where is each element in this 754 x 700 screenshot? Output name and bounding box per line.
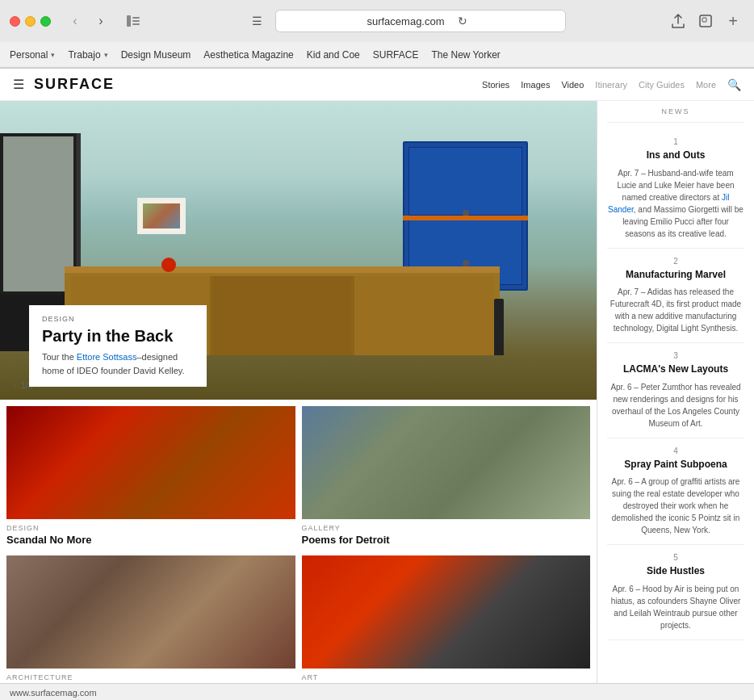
article-grid: DESIGN Scandal No More GALLERY Poems for… — [6, 406, 590, 683]
prev-icon[interactable]: ‹ — [13, 380, 16, 390]
news-sidebar: NEWS 1 Ins and Outs Apr. 7 – Husband-and… — [597, 101, 754, 683]
reload-button[interactable]: ↻ — [451, 10, 474, 32]
hero-category: DESIGN — [42, 315, 194, 323]
grid-image-1 — [302, 406, 591, 519]
news-item-4[interactable]: 5 Side Hustles Apr. 6 – Hood by Air is b… — [607, 545, 744, 640]
news-item-3[interactable]: 4 Spray Paint Subpoena Apr. 6 – A group … — [607, 438, 744, 546]
nav-images[interactable]: Images — [521, 80, 550, 90]
maximize-button[interactable] — [40, 16, 51, 27]
page-content: ☰ SURFACE Stories Images Video Itinerary… — [0, 69, 754, 683]
news-title-3: Spray Paint Subpoena — [607, 459, 744, 472]
browser-chrome: ‹ › ☰ surfacemag.com ↻ — [0, 0, 754, 69]
news-title-4: Side Hustles — [607, 565, 744, 578]
site-nav: Stories Images Video Itinerary City Guid… — [482, 78, 741, 91]
back-button[interactable]: ‹ — [64, 10, 86, 32]
nav-itinerary[interactable]: Itinerary — [595, 80, 627, 90]
bookmark-new-yorker[interactable]: The New Yorker — [431, 49, 500, 61]
svg-rect-3 — [132, 23, 140, 25]
news-title-1: Manufacturing Marvel — [607, 269, 744, 282]
hero-section: ‹ 1/3 › DESIGN Party in the Back Tour th… — [0, 101, 597, 400]
news-title-2: LACMA's New Layouts — [607, 363, 744, 376]
grid-category-3: ART — [302, 673, 591, 681]
grid-category-0: DESIGN — [6, 524, 295, 532]
svg-rect-1 — [132, 17, 140, 19]
news-body-4: Apr. 6 – Hood by Air is being put on hia… — [607, 583, 744, 631]
sidebar-toggle-button[interactable] — [122, 10, 145, 32]
address-bar[interactable]: surfacemag.com ↻ — [275, 10, 566, 32]
nav-more[interactable]: More — [696, 80, 716, 90]
nav-buttons: ‹ › — [64, 10, 112, 32]
title-bar: ‹ › ☰ surfacemag.com ↻ — [0, 0, 754, 42]
news-number-3: 4 — [607, 446, 744, 455]
chevron-down-icon: ▾ — [104, 51, 108, 59]
minimize-button[interactable] — [25, 16, 36, 27]
grid-meta-1: GALLERY Poems for Detroit — [302, 519, 591, 549]
hero-overlay: ‹ 1/3 › DESIGN Party in the Back Tour th… — [0, 374, 597, 400]
bookmark-surface[interactable]: SURFACE — [373, 49, 419, 61]
new-tab-button[interactable] — [694, 10, 717, 32]
ettore-link[interactable]: Ettore Sottsass — [77, 352, 137, 362]
grid-item-1[interactable]: GALLERY Poems for Detroit — [302, 406, 591, 549]
add-tab-button[interactable]: + — [722, 10, 744, 32]
close-button[interactable] — [10, 16, 20, 27]
main-content: ☰ SURFACE Stories Images Video Itinerary… — [0, 69, 754, 683]
hamburger-icon[interactable]: ☰ — [13, 77, 24, 92]
grid-item-0[interactable]: DESIGN Scandal No More — [6, 406, 295, 549]
status-bar: www.surfacemag.com — [0, 683, 754, 700]
status-url: www.surfacemag.com — [10, 688, 97, 698]
bookmarks-bar: Personal ▾ Trabajo ▾ Design Museum Aesth… — [0, 42, 754, 68]
bookmark-personal[interactable]: Personal ▾ — [10, 49, 55, 61]
grid-image-2 — [6, 555, 295, 669]
bookmark-design-museum[interactable]: Design Museum — [121, 49, 191, 61]
grid-item-3[interactable]: ART Givers Run Through It — [302, 555, 591, 683]
news-item-2[interactable]: 3 LACMA's New Layouts Apr. 6 – Peter Zum… — [607, 343, 744, 438]
search-icon[interactable]: 🔍 — [727, 78, 741, 91]
grid-title-1: Poems for Detroit — [302, 534, 591, 547]
jil-sander-link[interactable]: Jil Sander — [608, 193, 729, 214]
hero-caption-box: DESIGN Party in the Back Tour the Ettore… — [29, 305, 207, 387]
news-item-0[interactable]: 1 Ins and Outs Apr. 7 – Husband-and-wife… — [607, 129, 744, 249]
grid-title-0: Scandal No More — [6, 534, 295, 547]
articles-section: ‹ 1/3 › DESIGN Party in the Back Tour th… — [0, 101, 597, 683]
grid-image-3 — [302, 555, 591, 669]
forward-button[interactable]: › — [90, 10, 112, 32]
browser-actions: + — [667, 10, 744, 32]
news-number-0: 1 — [607, 137, 744, 146]
news-body-2: Apr. 6 – Peter Zumthor has revealed new … — [607, 381, 744, 430]
grid-meta-2: ARCHITECTURE The SFMOMA Is Built for Tom… — [6, 669, 295, 683]
news-number-2: 3 — [607, 351, 744, 360]
grid-image-0 — [6, 406, 295, 519]
site-logo: SURFACE — [34, 76, 482, 93]
svg-rect-0 — [127, 15, 131, 27]
grid-category-1: GALLERY — [302, 524, 591, 532]
news-title-0: Ins and Outs — [607, 149, 744, 162]
hero-description: Tour the Ettore Sottsass–designed home o… — [42, 350, 194, 377]
address-bar-wrapper: ☰ surfacemag.com ↻ — [151, 10, 660, 32]
traffic-lights — [10, 16, 51, 27]
grid-section: DESIGN Scandal No More GALLERY Poems for… — [0, 400, 597, 683]
nav-video[interactable]: Video — [561, 80, 584, 90]
url-text: surfacemag.com — [367, 15, 444, 27]
grid-category-2: ARCHITECTURE — [6, 673, 295, 681]
content-area: ‹ 1/3 › DESIGN Party in the Back Tour th… — [0, 101, 754, 683]
site-header: ☰ SURFACE Stories Images Video Itinerary… — [0, 69, 754, 101]
news-body-3: Apr. 6 – A group of graffiti artists are… — [607, 476, 744, 536]
svg-rect-2 — [132, 20, 140, 22]
grid-meta-3: ART Givers Run Through It — [302, 669, 591, 683]
grid-meta-0: DESIGN Scandal No More — [6, 519, 295, 549]
news-item-1[interactable]: 2 Manufacturing Marvel Apr. 7 – Adidas h… — [607, 249, 744, 344]
news-body-1: Apr. 7 – Adidas has released the Futurec… — [607, 286, 744, 334]
news-body-0: Apr. 7 – Husband-and-wife team Lucie and… — [607, 167, 744, 240]
share-button[interactable] — [667, 10, 689, 32]
nav-stories[interactable]: Stories — [482, 80, 509, 90]
chevron-down-icon: ▾ — [51, 51, 55, 59]
svg-rect-5 — [702, 18, 706, 22]
menu-icon-button[interactable]: ☰ — [246, 10, 269, 32]
bookmark-kid-and-coe[interactable]: Kid and Coe — [307, 49, 360, 61]
news-header: NEWS — [607, 107, 744, 123]
svg-rect-4 — [700, 15, 711, 27]
nav-city-guides[interactable]: City Guides — [639, 80, 685, 90]
bookmark-trabajo[interactable]: Trabajo ▾ — [68, 49, 107, 61]
grid-item-2[interactable]: ARCHITECTURE The SFMOMA Is Built for Tom… — [6, 555, 295, 683]
bookmark-aesthetica[interactable]: Aesthetica Magazine — [203, 49, 293, 61]
